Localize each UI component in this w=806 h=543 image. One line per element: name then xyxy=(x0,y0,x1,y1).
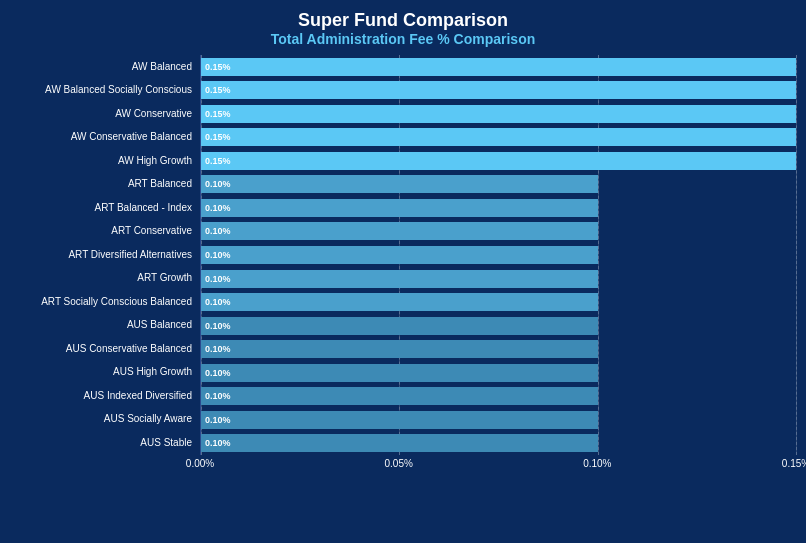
bar-row: 0.10% xyxy=(201,173,796,197)
bar-row: 0.15% xyxy=(201,79,796,103)
bar-aw-balanced: 0.15% xyxy=(201,58,796,76)
bar-aus-high-growth: 0.10% xyxy=(201,364,598,382)
y-axis-labels: AW BalancedAW Balanced Socially Consciou… xyxy=(10,55,200,455)
y-label: ART Growth xyxy=(10,272,192,284)
bar-value-label: 0.10% xyxy=(205,179,231,189)
bar-value-label: 0.10% xyxy=(205,203,231,213)
y-label: AW Conservative Balanced xyxy=(10,131,192,143)
y-label: AUS Indexed Diversified xyxy=(10,390,192,402)
bar-row: 0.10% xyxy=(201,220,796,244)
bar-value-label: 0.10% xyxy=(205,415,231,425)
bar-value-label: 0.10% xyxy=(205,438,231,448)
x-axis-label: 0.05% xyxy=(384,458,412,469)
x-axis-label: 0.15% xyxy=(782,458,806,469)
bar-row: 0.10% xyxy=(201,408,796,432)
grid-line xyxy=(796,55,797,455)
y-label: AUS Socially Aware xyxy=(10,413,192,425)
bar-row: 0.15% xyxy=(201,149,796,173)
bar-row: 0.10% xyxy=(201,290,796,314)
bar-row: 0.10% xyxy=(201,196,796,220)
bar-row: 0.10% xyxy=(201,243,796,267)
bar-art-balanced---index: 0.10% xyxy=(201,199,598,217)
bar-art-balanced: 0.10% xyxy=(201,175,598,193)
y-label: ART Diversified Alternatives xyxy=(10,249,192,261)
bar-value-label: 0.15% xyxy=(205,85,231,95)
bar-art-socially-conscious-balanced: 0.10% xyxy=(201,293,598,311)
bar-value-label: 0.15% xyxy=(205,132,231,142)
chart-subtitle: Total Administration Fee % Comparison xyxy=(10,31,796,47)
y-label: ART Balanced xyxy=(10,178,192,190)
bar-aus-socially-aware: 0.10% xyxy=(201,411,598,429)
bar-art-diversified-alternatives: 0.10% xyxy=(201,246,598,264)
chart-title: Super Fund Comparison xyxy=(10,10,796,31)
bar-row: 0.10% xyxy=(201,267,796,291)
y-label: AUS Conservative Balanced xyxy=(10,343,192,355)
bar-aw-conservative: 0.15% xyxy=(201,105,796,123)
x-axis-label: 0.00% xyxy=(186,458,214,469)
y-label: AUS High Growth xyxy=(10,366,192,378)
bar-art-conservative: 0.10% xyxy=(201,222,598,240)
bar-row: 0.15% xyxy=(201,102,796,126)
bar-row: 0.10% xyxy=(201,432,796,456)
bar-value-label: 0.15% xyxy=(205,109,231,119)
bar-aus-conservative-balanced: 0.10% xyxy=(201,340,598,358)
bar-row: 0.10% xyxy=(201,337,796,361)
y-label: AUS Stable xyxy=(10,437,192,449)
bar-row: 0.10% xyxy=(201,384,796,408)
bar-aw-balanced-socially-conscious: 0.15% xyxy=(201,81,796,99)
y-label: AW High Growth xyxy=(10,155,192,167)
bar-value-label: 0.10% xyxy=(205,297,231,307)
bar-aus-indexed-diversified: 0.10% xyxy=(201,387,598,405)
chart-inner: AW BalancedAW Balanced Socially Consciou… xyxy=(10,55,796,455)
bar-value-label: 0.15% xyxy=(205,62,231,72)
bar-value-label: 0.10% xyxy=(205,368,231,378)
y-label: ART Socially Conscious Balanced xyxy=(10,296,192,308)
bar-row: 0.10% xyxy=(201,361,796,385)
bar-value-label: 0.10% xyxy=(205,250,231,260)
y-label: AUS Balanced xyxy=(10,319,192,331)
chart-container: Super Fund Comparison Total Administrati… xyxy=(0,0,806,543)
y-label: AW Balanced xyxy=(10,61,192,73)
title-block: Super Fund Comparison Total Administrati… xyxy=(10,10,796,47)
bar-art-growth: 0.10% xyxy=(201,270,598,288)
bar-row: 0.15% xyxy=(201,55,796,79)
y-label: AW Balanced Socially Conscious xyxy=(10,84,192,96)
bar-value-label: 0.10% xyxy=(205,274,231,284)
bar-row: 0.15% xyxy=(201,126,796,150)
bar-aw-high-growth: 0.15% xyxy=(201,152,796,170)
bar-aus-stable: 0.10% xyxy=(201,434,598,452)
bar-value-label: 0.10% xyxy=(205,344,231,354)
bar-aus-balanced: 0.10% xyxy=(201,317,598,335)
y-label: ART Conservative xyxy=(10,225,192,237)
bar-aw-conservative-balanced: 0.15% xyxy=(201,128,796,146)
bar-value-label: 0.15% xyxy=(205,156,231,166)
y-label: ART Balanced - Index xyxy=(10,202,192,214)
bar-value-label: 0.10% xyxy=(205,391,231,401)
x-axis: 0.00%0.05%0.10%0.15% xyxy=(200,458,796,478)
y-label: AW Conservative xyxy=(10,108,192,120)
bar-value-label: 0.10% xyxy=(205,226,231,236)
x-axis-label: 0.10% xyxy=(583,458,611,469)
bars-area: 0.15%0.15%0.15%0.15%0.15%0.10%0.10%0.10%… xyxy=(200,55,796,455)
bar-value-label: 0.10% xyxy=(205,321,231,331)
chart-area: AW BalancedAW Balanced Socially Consciou… xyxy=(10,55,796,478)
bar-row: 0.10% xyxy=(201,314,796,338)
